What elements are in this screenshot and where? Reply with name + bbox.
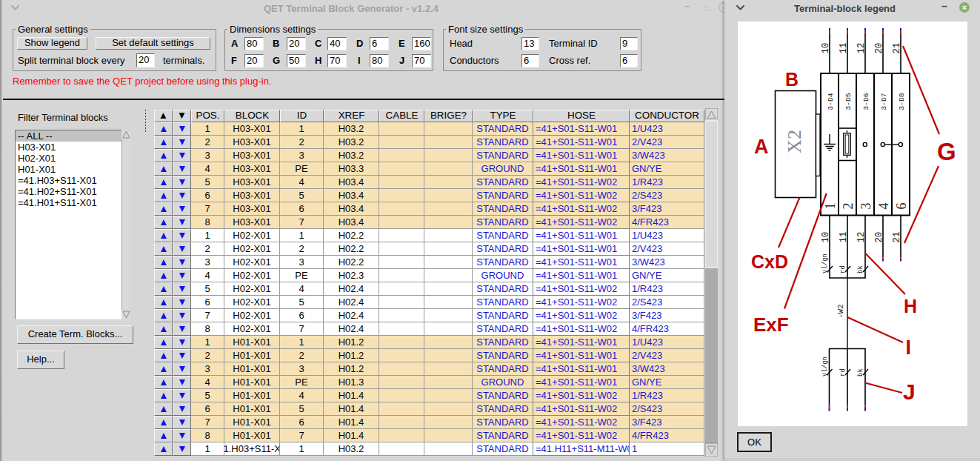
svg-text:4: 4: [876, 203, 891, 210]
svg-text:CxD: CxD: [751, 251, 788, 272]
svg-text:bk: bk: [857, 368, 864, 377]
svg-text:3-D4: 3-D4: [827, 93, 835, 110]
svg-text:I: I: [906, 336, 912, 359]
svg-text:12: 12: [856, 232, 867, 243]
svg-text:H: H: [904, 296, 917, 316]
svg-text:12: 12: [856, 43, 867, 54]
svg-text:3-D8: 3-D8: [898, 93, 906, 110]
svg-text:21: 21: [892, 232, 902, 243]
svg-text:21: 21: [892, 43, 902, 54]
svg-text:3: 3: [859, 203, 873, 210]
svg-text:3-D5: 3-D5: [844, 93, 853, 110]
svg-text:11: 11: [839, 232, 849, 243]
svg-text:B: B: [785, 69, 799, 90]
svg-text:1: 1: [823, 203, 838, 210]
svg-text:3-D7: 3-D7: [880, 93, 888, 110]
svg-text:11: 11: [839, 43, 849, 54]
svg-text:ExF: ExF: [753, 314, 789, 336]
svg-text:3-D6: 3-D6: [862, 93, 870, 110]
svg-text:rd: rd: [839, 265, 847, 273]
svg-text:10: 10: [821, 43, 831, 54]
svg-text:J: J: [903, 379, 916, 404]
svg-text:-W2: -W2: [836, 305, 845, 319]
svg-text:yl/gn: yl/gn: [821, 356, 829, 377]
svg-text:10: 10: [821, 232, 831, 243]
svg-text:X2: X2: [784, 130, 805, 153]
svg-text:rd: rd: [839, 368, 847, 377]
svg-text:yl/gn: yl/gn: [821, 253, 829, 273]
svg-text:6: 6: [894, 203, 909, 210]
svg-text:20: 20: [874, 43, 884, 54]
svg-text:A: A: [754, 136, 769, 158]
svg-text:bk: bk: [857, 265, 864, 273]
svg-text:20: 20: [874, 232, 884, 243]
svg-text:2: 2: [841, 203, 856, 210]
svg-text:G: G: [937, 138, 956, 165]
